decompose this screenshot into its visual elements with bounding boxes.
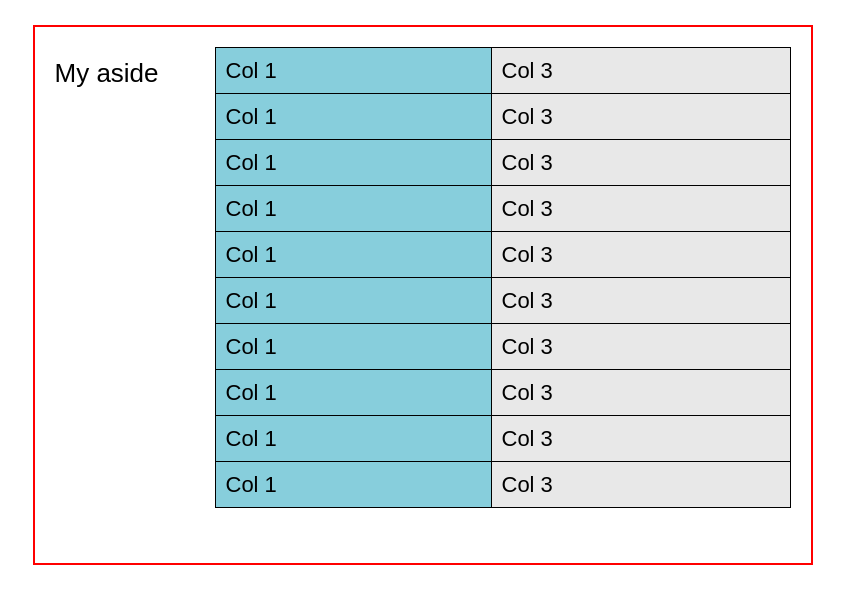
table-row: Col 1Col 3: [215, 462, 790, 508]
col3-cell: Col 3: [491, 94, 790, 140]
table-row: Col 1Col 3: [215, 324, 790, 370]
table-row: Col 1Col 3: [215, 94, 790, 140]
col1-cell: Col 1: [215, 186, 491, 232]
table-row: Col 1Col 3: [215, 416, 790, 462]
col1-cell: Col 1: [215, 278, 491, 324]
table-row: Col 1Col 3: [215, 186, 790, 232]
col1-cell: Col 1: [215, 140, 491, 186]
table-row: Col 1Col 3: [215, 140, 790, 186]
aside-section: My aside: [55, 47, 215, 91]
col1-cell: Col 1: [215, 462, 491, 508]
outer-container: My aside Col 1Col 3Col 1Col 3Col 1Col 3C…: [33, 25, 813, 565]
col1-cell: Col 1: [215, 94, 491, 140]
aside-label: My aside: [55, 58, 159, 88]
col3-cell: Col 3: [491, 186, 790, 232]
col3-cell: Col 3: [491, 140, 790, 186]
table-row: Col 1Col 3: [215, 278, 790, 324]
col1-cell: Col 1: [215, 324, 491, 370]
col3-cell: Col 3: [491, 278, 790, 324]
col1-cell: Col 1: [215, 232, 491, 278]
data-table: Col 1Col 3Col 1Col 3Col 1Col 3Col 1Col 3…: [215, 47, 791, 508]
table-wrapper: Col 1Col 3Col 1Col 3Col 1Col 3Col 1Col 3…: [215, 47, 791, 508]
table-row: Col 1Col 3: [215, 370, 790, 416]
col1-cell: Col 1: [215, 416, 491, 462]
col3-cell: Col 3: [491, 48, 790, 94]
col3-cell: Col 3: [491, 416, 790, 462]
col1-cell: Col 1: [215, 48, 491, 94]
col3-cell: Col 3: [491, 370, 790, 416]
table-row: Col 1Col 3: [215, 48, 790, 94]
col3-cell: Col 3: [491, 462, 790, 508]
col1-cell: Col 1: [215, 370, 491, 416]
col3-cell: Col 3: [491, 324, 790, 370]
col3-cell: Col 3: [491, 232, 790, 278]
table-row: Col 1Col 3: [215, 232, 790, 278]
